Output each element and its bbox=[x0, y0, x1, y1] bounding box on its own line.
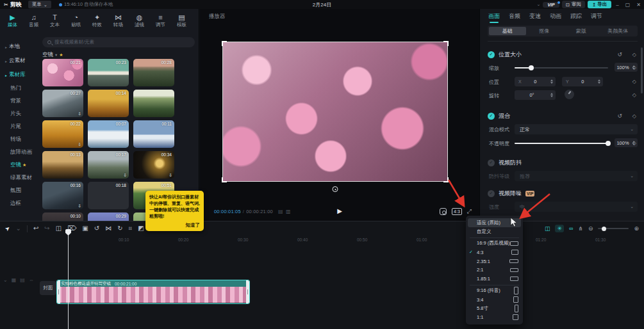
opacity-slider[interactable] bbox=[515, 143, 608, 144]
video-clip[interactable]: 实拍粉色樱花盛开特写空镜 00:00:21:00 bbox=[56, 280, 250, 304]
selection-handle[interactable] bbox=[443, 177, 449, 182]
sidebar-item-glitch[interactable]: 故障动画 bbox=[0, 146, 40, 159]
thumbnail-cherry-blossom[interactable]: 00:21 bbox=[42, 59, 83, 86]
ratio-option-1-1[interactable]: 1:1 bbox=[466, 313, 523, 322]
auto-snap-icon[interactable]: ✳ bbox=[555, 225, 564, 232]
thumbnail-green-valley[interactable] bbox=[133, 90, 174, 117]
rotation-dial[interactable] bbox=[565, 90, 574, 99]
search-input[interactable]: 搜索视频素材/元素 bbox=[42, 37, 195, 47]
sidebar-group-library[interactable]: ▸素材库 bbox=[0, 68, 40, 82]
selection-handle[interactable] bbox=[222, 41, 227, 46]
thumbnail-fireworks-moon[interactable]: 00:34⇩ bbox=[133, 151, 174, 179]
inspector-subtab-cutout[interactable]: 抠像 bbox=[526, 27, 563, 35]
keyframe-diamond-icon[interactable]: ◇ bbox=[632, 140, 636, 146]
rotate-icon[interactable]: ↻ bbox=[117, 225, 122, 232]
checkbox-checked-icon[interactable]: ✓ bbox=[488, 113, 495, 120]
sidebar-item-background[interactable]: 背景 bbox=[0, 95, 40, 108]
maximize-button[interactable]: ▢ bbox=[623, 2, 632, 8]
keyframe-diamond-icon[interactable]: ◇ bbox=[632, 65, 636, 70]
sidebar-item-green-screen[interactable]: 绿幕素材 bbox=[0, 172, 40, 184]
minimize-button[interactable]: – bbox=[614, 2, 620, 8]
scale-slider[interactable] bbox=[515, 67, 608, 68]
thumbnail-blue-sky-clouds[interactable]: 00:07 bbox=[88, 120, 129, 148]
reverse-icon[interactable]: ↺ bbox=[94, 225, 99, 232]
section-header[interactable]: 空镜 ▾ ★ bbox=[42, 51, 63, 59]
track-option-icon[interactable]: ⇔ bbox=[29, 277, 34, 283]
cover-button[interactable]: 封面 bbox=[40, 281, 56, 295]
tab-filter[interactable]: ◍滤镜 bbox=[129, 11, 150, 31]
sidebar-item-intro[interactable]: 片头 bbox=[0, 108, 40, 120]
tab-effects[interactable]: ✦特效 bbox=[87, 11, 108, 31]
ratio-option-9-16[interactable]: 9:16 (抖音) bbox=[466, 287, 523, 296]
menu-button[interactable]: 菜单⌄ bbox=[28, 1, 51, 8]
trim-handle-right[interactable] bbox=[246, 280, 249, 303]
ratio-option-3-4[interactable]: 3:4 bbox=[466, 295, 523, 304]
mirror-icon[interactable]: ⋈ bbox=[105, 225, 111, 232]
inspector-tab-adjust[interactable]: 调节 bbox=[591, 12, 602, 22]
selection-handle[interactable] bbox=[222, 177, 227, 182]
chevron-down-icon[interactable]: ⌄ bbox=[537, 2, 541, 7]
scrollbar[interactable] bbox=[641, 47, 643, 93]
selection-handle[interactable] bbox=[443, 41, 449, 46]
link-clips-icon[interactable]: ∞ bbox=[569, 225, 573, 232]
blend-mode-dropdown[interactable]: 正常⌄ bbox=[515, 124, 638, 134]
tab-template[interactable]: ▤模板 bbox=[171, 11, 192, 31]
sidebar-group-cloud[interactable]: ▸云素材 bbox=[0, 54, 40, 68]
thumbnail-purple-flowers[interactable]: 00:29 bbox=[88, 213, 129, 221]
ratio-option-custom[interactable]: 自定义 bbox=[466, 227, 523, 236]
tooltip-got-it-button[interactable]: 知道了 bbox=[149, 222, 200, 229]
inspector-tab-picture[interactable]: 画面 bbox=[488, 12, 500, 22]
thumbnail-autumn-forest[interactable]: 00:14 bbox=[88, 90, 129, 117]
inspector-tab-tracking[interactable]: 跟踪 bbox=[570, 12, 582, 22]
thumbnail-dark-field[interactable]: 00:10 bbox=[42, 213, 83, 221]
position-x-input[interactable]: X0 bbox=[515, 77, 556, 86]
ratio-option-4-3[interactable]: ✓4:3 bbox=[466, 248, 523, 257]
split-icon[interactable]: ◫ bbox=[56, 225, 62, 232]
stepper-arrows[interactable] bbox=[549, 79, 554, 84]
inspector-subtab-mask[interactable]: 蒙版 bbox=[563, 27, 600, 35]
freeze-frame-icon[interactable]: ▣ bbox=[82, 225, 88, 232]
timeline-ruler[interactable]: 00:1000:2000:3000:4000:5001:0001:1001:20… bbox=[0, 236, 644, 244]
thumbnail-storm-wave[interactable]: 00:27⇩ bbox=[42, 90, 83, 117]
fullscreen-icon[interactable]: ⤢ bbox=[467, 208, 472, 215]
preview-axis-icon[interactable]: ◫ bbox=[545, 225, 550, 232]
sidebar-item-border[interactable]: 边框 bbox=[0, 197, 40, 210]
vip-button[interactable]: VIP bbox=[543, 2, 559, 8]
ratio-option-fit[interactable]: 适应 (原始) bbox=[468, 218, 521, 227]
ratio-option-16-9[interactable]: 16:9 (西瓜视频) bbox=[466, 239, 523, 248]
thumbnail-red-maple[interactable]: 00:18 bbox=[88, 182, 129, 209]
slider-knob[interactable] bbox=[606, 141, 611, 146]
thumbnail-sunset-tree[interactable]: 00:13 bbox=[42, 151, 83, 179]
timeline-zoom-slider[interactable] bbox=[598, 228, 629, 229]
sidebar-group-local[interactable]: ▸本地 bbox=[0, 40, 40, 54]
sidebar-item-hot[interactable]: 热门 bbox=[0, 82, 40, 95]
tab-media[interactable]: ▶媒体 bbox=[2, 11, 23, 31]
tab-text[interactable]: T文本 bbox=[44, 11, 65, 31]
thumbnail-misty-mountains[interactable]: 00:17⇩ bbox=[88, 151, 129, 179]
track-split-icon[interactable]: ⋔ bbox=[578, 225, 583, 232]
player-option-icon[interactable]: ▤ bbox=[278, 209, 283, 214]
rotation-input[interactable]: 0° bbox=[515, 90, 556, 100]
track-option-icon[interactable]: ▤ bbox=[20, 277, 25, 283]
keyframe-diamond-icon[interactable]: ◇ bbox=[632, 52, 636, 58]
rotate-handle[interactable] bbox=[333, 186, 338, 192]
player-option-icon[interactable]: ▥ bbox=[286, 209, 291, 214]
ratio-button[interactable]: 4:3 bbox=[452, 208, 462, 215]
ratio-option-235-1[interactable]: 2.35:1 bbox=[466, 257, 523, 266]
track-option-icon[interactable]: ⌄ bbox=[3, 277, 8, 283]
reset-icon[interactable]: ↺ bbox=[617, 51, 622, 58]
slider-knob[interactable] bbox=[529, 65, 534, 70]
keyframe-diamond-icon[interactable]: ◇ bbox=[632, 79, 636, 84]
track-area[interactable]: ⌄▦▤⇔ 封面 实拍粉色樱花盛开特写空镜 00:00:21:00 bbox=[0, 244, 644, 329]
select-caret-icon[interactable]: ⌄ bbox=[16, 225, 21, 232]
keyframe-diamond-icon[interactable]: ◇ bbox=[632, 113, 636, 119]
checkbox-unchecked-icon[interactable]: ✓ bbox=[488, 159, 495, 166]
undo-icon[interactable]: ↩ bbox=[33, 225, 38, 232]
thumbnail-rainy-window[interactable]: 00:16⇩ bbox=[42, 182, 83, 209]
tab-adjust[interactable]: ≡调节 bbox=[150, 11, 171, 31]
position-y-input[interactable]: Y0 bbox=[562, 77, 603, 86]
keyframe-diamond-icon[interactable]: ◇ bbox=[632, 92, 636, 98]
slider-knob[interactable] bbox=[602, 227, 606, 231]
inspector-tab-animation[interactable]: 动画 bbox=[550, 12, 561, 22]
inspector-tab-speed[interactable]: 变速 bbox=[529, 12, 541, 22]
